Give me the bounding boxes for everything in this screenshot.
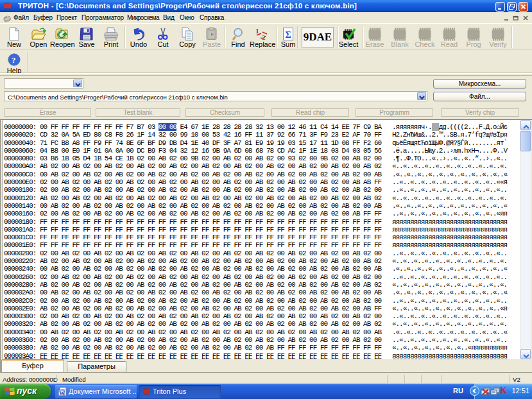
svg-text:?: ? bbox=[12, 55, 16, 65]
svg-text:1: 1 bbox=[255, 27, 259, 35]
svg-text:Σ: Σ bbox=[286, 30, 291, 40]
svg-text:W: W bbox=[59, 390, 65, 396]
